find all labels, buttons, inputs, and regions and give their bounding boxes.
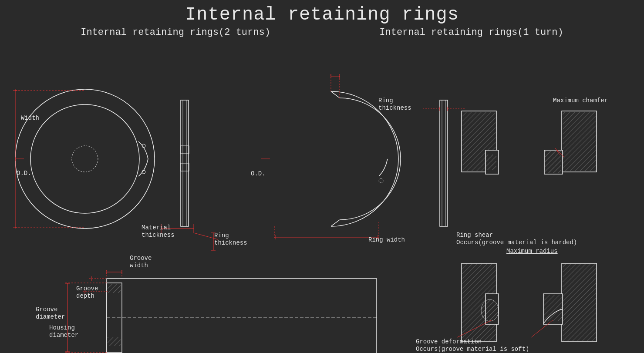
subtitle-left: Internal retaining rings(2 turns)	[81, 27, 270, 38]
svg-point-1	[15, 89, 155, 229]
groove-deformation-label-2: Occurs(groove material is soft)	[416, 346, 529, 353]
svg-rect-16	[180, 146, 189, 154]
ring-thickness-left-label-1: Ring	[214, 232, 229, 239]
svg-rect-74	[486, 155, 496, 170]
material-thickness-label-1: Material	[142, 224, 171, 231]
ring-thickness-top-label-1: Ring	[378, 97, 393, 104]
svg-rect-76	[563, 112, 596, 171]
svg-rect-17	[180, 163, 189, 171]
groove-diameter-label-2: diameter	[36, 313, 65, 320]
svg-point-84	[481, 299, 499, 321]
svg-rect-50	[108, 337, 121, 346]
od-left-label: O.D.	[17, 170, 31, 177]
ring-shear-label-1: Ring shear	[456, 232, 493, 239]
material-thickness-label-2: thickness	[142, 232, 175, 239]
svg-rect-39	[440, 100, 448, 226]
groove-deformation-label-1: Groove deformation	[416, 338, 482, 345]
svg-point-2	[30, 104, 139, 213]
main-diagram: Width O.D. Material thickness Ring thick…	[0, 41, 644, 353]
housing-diameter-label-2: diameter	[49, 332, 78, 339]
svg-rect-46	[107, 279, 377, 353]
maximum-radius-label: Maximum radius	[506, 248, 558, 255]
groove-diameter-label-1: Groove	[36, 306, 57, 313]
housing-diameter-label-1: Housing	[49, 324, 75, 331]
svg-line-26	[331, 220, 340, 226]
svg-point-3	[72, 146, 98, 172]
groove-width-label-2: width	[130, 262, 148, 269]
svg-rect-86	[563, 264, 596, 341]
ring-width-label: Ring width	[368, 236, 405, 243]
width-label: Width	[21, 114, 39, 121]
subtitle-right: Internal retaining rings(1 turn)	[379, 27, 563, 38]
groove-depth-label-2: depth	[76, 292, 94, 299]
page-title: Internal retaining rings	[0, 0, 644, 25]
svg-rect-88	[544, 295, 562, 321]
od-right-label: O.D.	[251, 170, 266, 177]
svg-rect-49	[108, 284, 121, 293]
ring-thickness-left-label-2: thickness	[214, 239, 247, 246]
svg-line-25	[331, 91, 340, 98]
svg-rect-78	[545, 151, 561, 173]
ring-thickness-top-label-2: thickness	[378, 104, 411, 111]
svg-point-27	[379, 178, 383, 183]
ring-shear-label-2: Occurs(groove material is harded)	[456, 239, 577, 246]
maximum-chamfer-label: Maximum chamfer	[553, 97, 608, 104]
groove-width-label-1: Groove	[130, 255, 152, 262]
groove-depth-label-1: Groove	[76, 285, 98, 292]
svg-line-90	[531, 320, 553, 337]
